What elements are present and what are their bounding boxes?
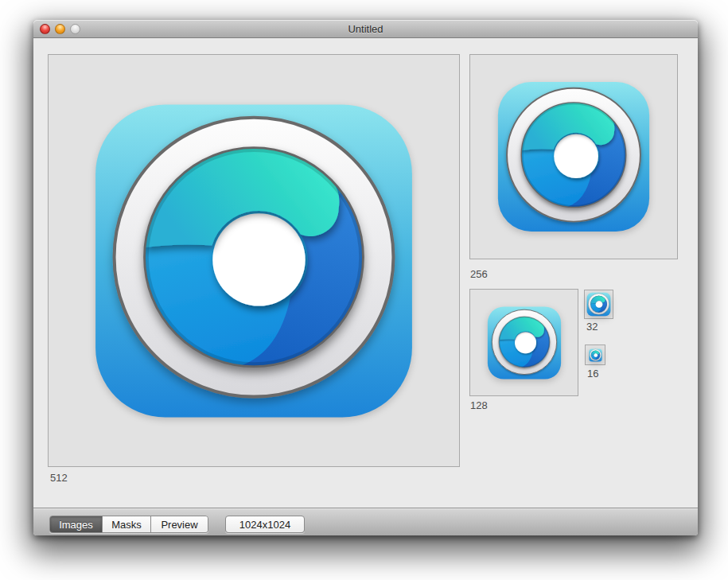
bottom-toolbar: Images Masks Preview 1024x1024 bbox=[33, 508, 698, 535]
app-icon-256 bbox=[495, 78, 652, 236]
view-segmented-control: Images Masks Preview bbox=[49, 516, 208, 533]
tab-images[interactable]: Images bbox=[50, 516, 102, 532]
preview-box-32[interactable] bbox=[584, 290, 613, 319]
preview-box-256[interactable] bbox=[469, 54, 678, 259]
titlebar[interactable]: Untitled bbox=[33, 20, 698, 38]
tab-masks[interactable]: Masks bbox=[102, 516, 150, 532]
icon-preview-canvas: 512 256 bbox=[33, 38, 698, 508]
app-icon-512 bbox=[89, 96, 419, 426]
app-icon-128 bbox=[486, 305, 563, 381]
window-title: Untitled bbox=[33, 23, 698, 35]
traffic-lights bbox=[40, 20, 80, 37]
preview-box-512[interactable] bbox=[48, 54, 460, 467]
preview-label-512: 512 bbox=[50, 472, 68, 484]
close-button-icon[interactable] bbox=[40, 24, 50, 34]
preview-box-128[interactable] bbox=[469, 289, 578, 396]
app-window: Untitled 512 bbox=[33, 20, 698, 535]
canvas-size-button[interactable]: 1024x1024 bbox=[225, 516, 305, 533]
zoom-button-icon[interactable] bbox=[70, 24, 80, 34]
preview-label-32: 32 bbox=[586, 321, 598, 333]
preview-label-256: 256 bbox=[470, 268, 488, 280]
desktop-background: Untitled 512 bbox=[0, 0, 728, 580]
tab-preview[interactable]: Preview bbox=[150, 516, 208, 532]
preview-label-128: 128 bbox=[470, 399, 488, 411]
app-icon-32 bbox=[586, 292, 611, 317]
app-icon-16 bbox=[589, 348, 602, 362]
preview-label-16: 16 bbox=[587, 368, 598, 380]
preview-box-16[interactable] bbox=[585, 344, 605, 365]
minimize-button-icon[interactable] bbox=[55, 24, 65, 34]
